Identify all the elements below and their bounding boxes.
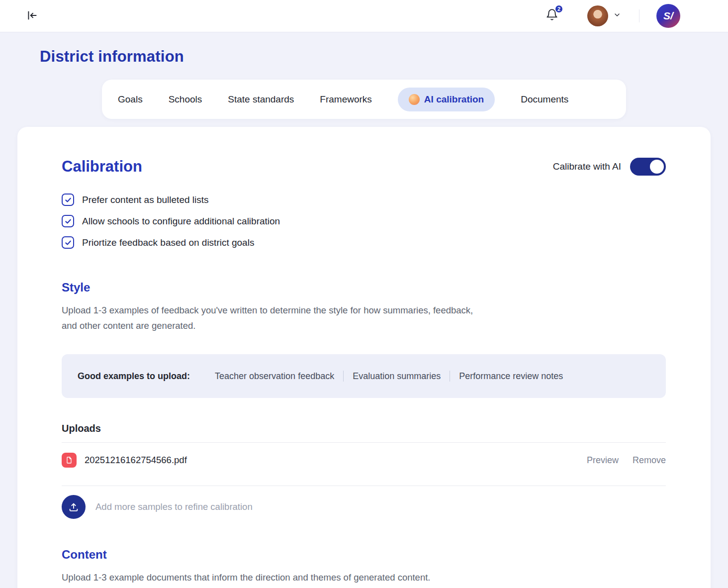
example-item: Performance review notes <box>459 371 563 382</box>
example-separator <box>450 371 450 382</box>
add-more-samples-button[interactable]: Add more samples to refine calibration <box>62 495 666 519</box>
checkbox-prioritize-feedback[interactable]: Priortize feedback based on district goa… <box>62 236 666 249</box>
content-description: Upload 1-3 example documents that inform… <box>62 570 474 585</box>
uploaded-file-row: 20251216162754566.pdf Preview Remove <box>62 443 666 478</box>
add-more-samples-label: Add more samples to refine calibration <box>95 501 253 512</box>
page-title: District information <box>40 48 728 66</box>
topbar: 2 S/ <box>0 0 728 32</box>
checkbox-label: Priortize feedback based on district goa… <box>82 237 254 248</box>
upload-icon <box>62 495 86 519</box>
avatar <box>587 5 608 26</box>
app-logo[interactable]: S/ <box>656 4 680 28</box>
app-logo-text: S/ <box>663 10 673 22</box>
divider <box>62 486 666 486</box>
uploads-heading: Uploads <box>62 423 666 434</box>
tab-ai-calibration-label: AI calibration <box>424 94 484 105</box>
calibrate-with-ai-label: Calibrate with AI <box>553 161 621 172</box>
collapse-left-icon <box>26 9 39 23</box>
tab-documents[interactable]: Documents <box>521 94 568 105</box>
preview-button[interactable]: Preview <box>587 455 619 466</box>
calibrate-with-ai-toggle[interactable] <box>630 158 666 176</box>
checkbox-schools-additional-calibration[interactable]: Allow schools to configure additional ca… <box>62 215 666 227</box>
district-information-page: District information Goals Schools State… <box>0 48 728 588</box>
checkbox-checked-icon <box>62 194 74 206</box>
style-heading: Style <box>62 281 666 294</box>
file-name: 20251216162754566.pdf <box>85 455 187 466</box>
checkbox-label: Prefer content as bulleted lists <box>82 195 209 205</box>
toggle-knob <box>650 160 664 174</box>
calibration-options: Prefer content as bulleted lists Allow s… <box>62 194 666 249</box>
good-examples-strip: Good examples to upload: Teacher observa… <box>62 354 666 398</box>
example-item: Evaluation summaries <box>353 371 441 382</box>
calibration-card: Calibration Calibrate with AI Prefer con… <box>17 127 711 588</box>
example-separator <box>343 371 344 382</box>
notifications-button[interactable]: 2 <box>546 8 558 23</box>
tab-goals[interactable]: Goals <box>118 94 143 105</box>
tab-bar: Goals Schools State standards Frameworks… <box>102 80 626 119</box>
example-item: Teacher observation feedback <box>215 371 334 382</box>
checkbox-checked-icon <box>62 215 74 227</box>
good-examples-label: Good examples to upload: <box>78 371 190 382</box>
style-description: Upload 1-3 examples of feedback you've w… <box>62 302 474 333</box>
ai-orb-icon <box>409 94 420 105</box>
tab-schools[interactable]: Schools <box>169 94 202 105</box>
collapse-sidebar-button[interactable] <box>26 9 39 23</box>
checkbox-bulleted-lists[interactable]: Prefer content as bulleted lists <box>62 194 666 206</box>
content-heading: Content <box>62 548 666 562</box>
checkbox-checked-icon <box>62 236 74 249</box>
tab-state-standards[interactable]: State standards <box>228 94 294 105</box>
chevron-down-icon <box>613 11 621 21</box>
calibration-heading: Calibration <box>62 158 142 176</box>
topbar-divider <box>639 9 639 22</box>
checkbox-label: Allow schools to configure additional ca… <box>82 216 280 227</box>
tab-frameworks[interactable]: Frameworks <box>320 94 372 105</box>
notification-badge: 2 <box>554 4 563 13</box>
tab-ai-calibration[interactable]: AI calibration <box>398 88 495 111</box>
user-menu-button[interactable] <box>587 5 621 26</box>
remove-button[interactable]: Remove <box>633 455 666 466</box>
pdf-file-icon <box>62 453 77 468</box>
